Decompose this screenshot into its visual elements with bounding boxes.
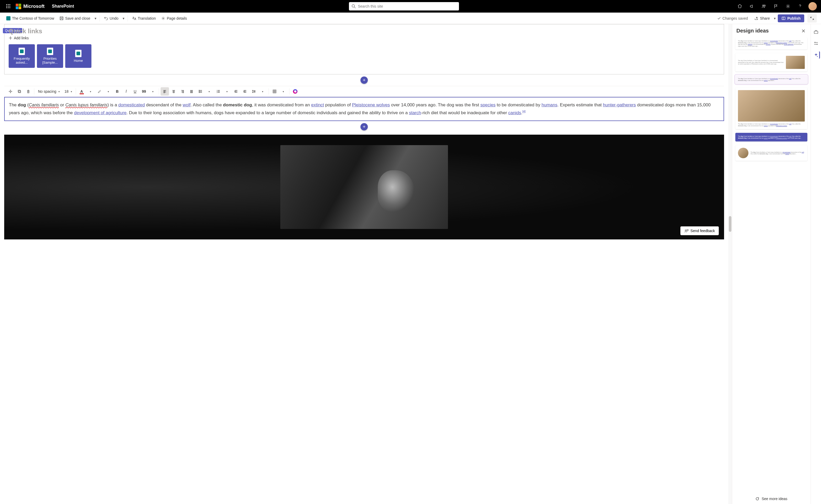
quick-links-webpart[interactable]: Quick links Quick links Add links Freque… <box>4 24 724 74</box>
close-icon <box>802 29 805 33</box>
microsoft-logo: Microsoft <box>16 4 45 9</box>
copilot-button[interactable] <box>291 87 299 96</box>
link-humans[interactable]: humans <box>541 102 557 107</box>
link-starch[interactable]: starch <box>409 110 421 115</box>
bullet-chevron[interactable]: ▾ <box>205 87 214 96</box>
add-section-button[interactable]: + <box>360 123 368 130</box>
move-icon[interactable] <box>6 87 15 96</box>
quick-link-tile[interactable]: Priorities [Sample... <box>37 44 63 68</box>
delete-icon[interactable] <box>24 87 32 96</box>
link-extinct[interactable]: extinct <box>311 102 324 107</box>
plus-icon <box>9 36 12 40</box>
collapse-button[interactable] <box>807 14 817 23</box>
search-box[interactable] <box>349 2 459 10</box>
design-idea-card[interactable]: The dog (Canis familiaris or Canis lupus… <box>735 87 807 129</box>
publish-button[interactable]: Publish <box>778 14 804 22</box>
highlight-button[interactable] <box>95 87 104 96</box>
translation-icon <box>132 16 136 20</box>
decrease-indent-button[interactable] <box>241 87 249 96</box>
line-spacing-button[interactable] <box>250 87 258 96</box>
design-idea-card[interactable]: The dog (Canis familiaris or Canis lupus… <box>735 145 807 161</box>
increase-indent-button[interactable] <box>232 87 240 96</box>
app-launcher-icon[interactable] <box>2 0 15 13</box>
spacing-chevron[interactable]: ▾ <box>259 87 267 96</box>
design-idea-card[interactable]: The dog (Canis familiaris or Canis lupus… <box>735 53 807 72</box>
app-name[interactable]: SharePoint <box>52 4 74 9</box>
paragraph-style-select[interactable]: No spacing▾ <box>36 88 62 95</box>
close-pane-button[interactable] <box>801 28 806 34</box>
megaphone-icon[interactable] <box>746 0 758 13</box>
search-input[interactable] <box>358 4 456 8</box>
quote-button[interactable]: 99 <box>140 87 148 96</box>
settings-icon[interactable] <box>782 0 794 13</box>
people-icon[interactable] <box>758 0 770 13</box>
link-wolf[interactable]: wolf <box>183 102 190 107</box>
command-bar: The Contoso of Tomorrow Save and close ▾… <box>0 13 821 24</box>
design-ideas-rail-button[interactable] <box>813 51 820 59</box>
share-button[interactable]: Share <box>752 15 772 22</box>
undo-chevron[interactable]: ▾ <box>122 15 125 22</box>
design-idea-card[interactable]: The dog (Canis familiaris or Canis lupus… <box>735 133 807 141</box>
highlight-chevron[interactable]: ▾ <box>104 87 113 96</box>
text-webpart-editor[interactable]: The dog (Canis familiaris or Canis lupus… <box>4 97 724 121</box>
bold-button[interactable]: B <box>113 87 122 96</box>
quick-link-tile[interactable]: Frequently asked... <box>9 44 35 68</box>
properties-rail-button[interactable] <box>812 40 820 47</box>
font-size-select[interactable]: 18▾ <box>62 88 74 95</box>
page-canvas[interactable]: Quick links Quick links Add links Freque… <box>0 24 728 504</box>
svg-rect-29 <box>814 31 818 34</box>
font-color-chevron[interactable]: ▾ <box>86 87 95 96</box>
align-justify-button[interactable] <box>187 87 196 96</box>
align-center-button[interactable] <box>169 87 178 96</box>
hero-image <box>280 145 448 229</box>
font-color-button[interactable]: A <box>78 87 86 96</box>
link-canids[interactable]: canids <box>508 110 521 115</box>
page-details-button[interactable]: Page details <box>159 15 189 22</box>
underline-button[interactable]: U <box>131 87 139 96</box>
see-more-ideas-button[interactable]: See more ideas <box>732 494 811 504</box>
help-icon[interactable] <box>794 0 806 13</box>
link-hunter-gatherers[interactable]: hunter-gatherers <box>603 102 636 107</box>
number-chevron[interactable]: ▾ <box>223 87 231 96</box>
toolbox-rail-button[interactable] <box>812 28 820 36</box>
link-development-agriculture[interactable]: development of agriculture <box>74 110 127 115</box>
right-rail <box>811 24 821 504</box>
share-icon <box>754 16 758 20</box>
site-link[interactable]: The Contoso of Tomorrow <box>4 15 56 22</box>
text-format-toolbar: No spacing▾ 18▾ A ▾ ▾ B I U 99 ▾ ▾ 123 <box>4 86 724 97</box>
add-links-button[interactable]: Add links <box>9 36 720 40</box>
design-idea-card[interactable]: The dog (Canis familiaris or Canis lupus… <box>735 37 807 50</box>
share-chevron[interactable]: ▾ <box>773 15 777 22</box>
flag-icon[interactable] <box>770 0 782 13</box>
chevron-down-icon: ▾ <box>58 90 60 93</box>
save-close-button[interactable]: Save and close <box>57 15 92 22</box>
suite-header: Microsoft SharePoint <box>0 0 821 13</box>
link-pleistocene[interactable]: Pleistocene wolves <box>352 102 390 107</box>
quick-link-tile[interactable]: Home <box>65 44 91 68</box>
add-section-button[interactable]: + <box>360 76 368 84</box>
bullet-list-button[interactable] <box>196 87 205 96</box>
align-left-button[interactable] <box>161 87 169 96</box>
italic-button[interactable]: I <box>122 87 130 96</box>
translation-button[interactable]: Translation <box>130 15 158 22</box>
svg-rect-15 <box>60 17 63 20</box>
user-avatar[interactable] <box>808 2 817 10</box>
image-webpart[interactable]: Send feedback <box>4 135 724 239</box>
link-domesticated[interactable]: domesticated <box>118 102 145 107</box>
table-button[interactable] <box>270 87 279 96</box>
citation-link[interactable]: [4] <box>522 110 526 113</box>
send-feedback-button[interactable]: Send feedback <box>680 226 719 235</box>
number-list-button[interactable]: 123 <box>214 87 222 96</box>
duplicate-icon[interactable] <box>15 87 24 96</box>
vertical-scrollbar[interactable] <box>728 24 732 504</box>
svg-point-9 <box>352 5 355 7</box>
premium-icon[interactable] <box>734 0 746 13</box>
align-right-button[interactable] <box>178 87 187 96</box>
design-idea-card-selected[interactable]: The dog (Canis familiaris or Canis lupus… <box>735 75 807 84</box>
save-close-chevron[interactable]: ▾ <box>94 15 97 22</box>
scrollbar-thumb[interactable] <box>729 216 731 232</box>
undo-button[interactable]: Undo <box>102 15 121 22</box>
link-species[interactable]: species <box>480 102 496 107</box>
more-formatting-chevron[interactable]: ▾ <box>149 87 157 96</box>
table-chevron[interactable]: ▾ <box>279 87 288 96</box>
